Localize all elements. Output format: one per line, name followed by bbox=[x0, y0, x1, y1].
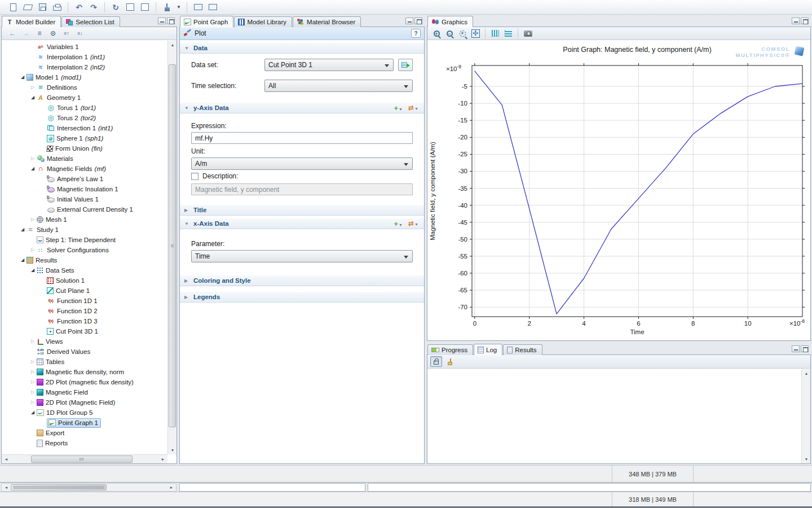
tree-item-derived-values[interactable]: Derived Values bbox=[2, 347, 167, 357]
tree-item-amp-re-s-law-1[interactable]: Ampère's Law 1 bbox=[2, 174, 167, 184]
scroll-up-icon[interactable]: ▲ bbox=[168, 41, 177, 49]
expand-icon[interactable]: ▷ bbox=[29, 357, 37, 367]
open-file-button[interactable] bbox=[21, 1, 34, 14]
tree-item-1d-plot-group-5[interactable]: ◢1D Plot Group 5 bbox=[2, 408, 167, 418]
time-selection-select[interactable]: All bbox=[264, 80, 413, 92]
tree-item-external-current-density-1[interactable]: External Current Density 1 bbox=[2, 204, 167, 214]
tab-graphics[interactable]: Graphics bbox=[427, 16, 473, 27]
log-output[interactable] bbox=[427, 369, 801, 463]
minimize-icon[interactable] bbox=[792, 345, 800, 352]
section-coloring-and-style[interactable]: ▶ Coloring and Style bbox=[180, 275, 424, 286]
tree-item-interpolation-1[interactable]: Interpolation 1(int1) bbox=[2, 52, 167, 62]
tree-item-function-1d-2[interactable]: Function 1D 2 bbox=[2, 306, 167, 316]
collapse-icon[interactable]: ◢ bbox=[29, 408, 37, 418]
tree-item-step-1-time-dependent[interactable]: Step 1: Time Dependent bbox=[2, 235, 167, 245]
lock-scroll-button[interactable] bbox=[430, 356, 442, 367]
log-scrollbar[interactable]: ▲ ▼ bbox=[801, 369, 810, 463]
section-legends[interactable]: ▶ Legends bbox=[180, 291, 424, 303]
minimize-icon[interactable] bbox=[158, 17, 166, 24]
expand-icon[interactable]: ▷ bbox=[29, 154, 37, 164]
show-icon[interactable]: ⊙ bbox=[47, 28, 59, 39]
maximize-icon[interactable] bbox=[801, 17, 809, 24]
collapse-icon[interactable]: ◢ bbox=[19, 255, 27, 265]
tree-item-intersection-1[interactable]: Intersection 1(int1) bbox=[2, 123, 167, 133]
collapse-icon[interactable]: ◢ bbox=[29, 164, 37, 174]
section-data[interactable]: ▼ Data bbox=[180, 42, 424, 54]
forward-icon[interactable]: → bbox=[20, 28, 32, 39]
expand-icon[interactable]: ▷ bbox=[29, 82, 37, 93]
tab-results[interactable]: Results bbox=[503, 344, 542, 355]
zoom-box-icon[interactable]: + bbox=[457, 28, 468, 39]
replace-expression-icon[interactable]: ⇄▼ bbox=[408, 220, 418, 227]
tree-item-views[interactable]: ▷Views bbox=[2, 336, 167, 347]
undo-button[interactable] bbox=[73, 1, 85, 14]
tab-model-library[interactable]: Model Library bbox=[234, 16, 292, 27]
unit-select[interactable]: A/m bbox=[191, 157, 413, 170]
tree-item-solver-configurations[interactable]: ▷Solver Configurations bbox=[2, 245, 167, 255]
tree-item-magnetic-field[interactable]: ▷Magnetic Field bbox=[2, 387, 167, 397]
expand-icon[interactable]: ▷ bbox=[29, 214, 37, 225]
tree-item-function-1d-1[interactable]: Function 1D 1 bbox=[2, 296, 167, 306]
section-title-collapsed[interactable]: ▶ Title bbox=[180, 204, 424, 216]
tree-item-form-union[interactable]: Form Union(fin) bbox=[2, 143, 167, 154]
expand-icon[interactable]: ▷ bbox=[29, 336, 37, 347]
tree-item-results[interactable]: ◢Results bbox=[2, 255, 167, 265]
scrollbar-thumb[interactable] bbox=[169, 64, 176, 427]
tree-item-2d-plot-magnetic-field[interactable]: ▷2D Plot (Magnetic Field) bbox=[2, 397, 167, 408]
move-up-icon[interactable]: ≡↑ bbox=[60, 28, 73, 39]
collapse-icon[interactable]: ◢ bbox=[19, 225, 27, 235]
tree-item-definitions[interactable]: ▷Definitions bbox=[2, 82, 167, 93]
section-x-axis-data[interactable]: ▼ x-Axis Data +▼ ⇄▼ bbox=[180, 218, 424, 229]
scroll-up-icon[interactable]: ▲ bbox=[802, 369, 811, 378]
section-y-axis-data[interactable]: ▼ y-Axis Data +▼ ⇄▼ bbox=[180, 102, 424, 113]
expand-icon[interactable]: ▷ bbox=[29, 367, 37, 377]
tree-item-torus-1[interactable]: Torus 1(tor1) bbox=[2, 103, 167, 113]
clear-log-icon[interactable] bbox=[444, 356, 456, 367]
description-checkbox[interactable] bbox=[191, 173, 198, 180]
tree-item-reports[interactable]: Reports bbox=[2, 438, 167, 448]
tree-item-export[interactable]: Export bbox=[2, 428, 167, 438]
update-button[interactable] bbox=[109, 1, 122, 14]
tree-item-cut-plane-1[interactable]: Cut Plane 1 bbox=[2, 286, 167, 296]
scroll-left-icon[interactable]: ◄ bbox=[2, 455, 11, 463]
zoom-out-icon[interactable]: − bbox=[444, 28, 455, 39]
tab-point-graph[interactable]: Point Graph bbox=[180, 16, 233, 27]
tree-vertical-scrollbar[interactable]: ▲ ▼ bbox=[167, 41, 176, 454]
tree-item-function-1d-3[interactable]: Function 1D 3 bbox=[2, 316, 167, 326]
tree-item-materials[interactable]: ▷Materials bbox=[2, 154, 167, 164]
replace-expression-icon[interactable]: ⇄▼ bbox=[408, 104, 418, 111]
tree-item-data-sets[interactable]: ◢Data Sets bbox=[2, 265, 167, 275]
tab-log[interactable]: Log bbox=[474, 344, 502, 355]
back-icon[interactable]: ← bbox=[6, 28, 19, 39]
tree-item-magnetic-flux-density-norm[interactable]: ▷Magnetic flux density, norm bbox=[2, 367, 167, 377]
plot-canvas[interactable]: -5-10-15-20-25-30-35-40-45-50-55-60-65-7… bbox=[427, 41, 810, 340]
tree-item-sphere-1[interactable]: Sphere 1(sph1) bbox=[2, 133, 167, 143]
zoom-in-icon[interactable]: + bbox=[431, 28, 442, 39]
tree-item-geometry-1[interactable]: ◢Geometry 1 bbox=[2, 93, 167, 103]
external-1-button[interactable] bbox=[192, 1, 204, 14]
tree-item-model-1[interactable]: ◢Model 1(mod1) bbox=[2, 72, 167, 82]
minimize-icon[interactable] bbox=[405, 17, 413, 24]
add-expression-icon[interactable]: +▼ bbox=[394, 104, 403, 112]
maximize-icon[interactable] bbox=[414, 17, 422, 24]
tree-item-solution-1[interactable]: Solution 1 bbox=[2, 275, 167, 286]
tab-selection-list[interactable]: Selection List bbox=[61, 16, 120, 27]
help-button[interactable] bbox=[124, 1, 136, 14]
tab-material-browser[interactable]: Material Browser bbox=[293, 16, 361, 27]
tree-horizontal-scrollbar[interactable]: ◄ ► bbox=[2, 454, 167, 463]
tab-progress[interactable]: Progress bbox=[427, 344, 473, 355]
collapse-icon[interactable]: ◢ bbox=[29, 265, 37, 275]
scroll-right-icon[interactable]: ► bbox=[158, 455, 167, 463]
print-button[interactable] bbox=[51, 1, 63, 14]
documentation-button[interactable] bbox=[139, 1, 151, 14]
scrollbar-thumb[interactable] bbox=[11, 484, 107, 491]
scroll-left-icon[interactable]: ◄ bbox=[2, 484, 11, 491]
external-2-button[interactable] bbox=[206, 1, 219, 14]
scroll-down-icon[interactable]: ▼ bbox=[168, 446, 177, 454]
scrollbar-thumb[interactable] bbox=[31, 456, 133, 463]
redo-button[interactable] bbox=[87, 1, 100, 14]
dataset-select[interactable]: Cut Point 3D 1 bbox=[264, 59, 394, 71]
maximize-icon[interactable] bbox=[167, 17, 175, 24]
tree-item-initial-values-1[interactable]: Initial Values 1 bbox=[2, 194, 167, 204]
snapshot-icon[interactable] bbox=[522, 28, 533, 39]
